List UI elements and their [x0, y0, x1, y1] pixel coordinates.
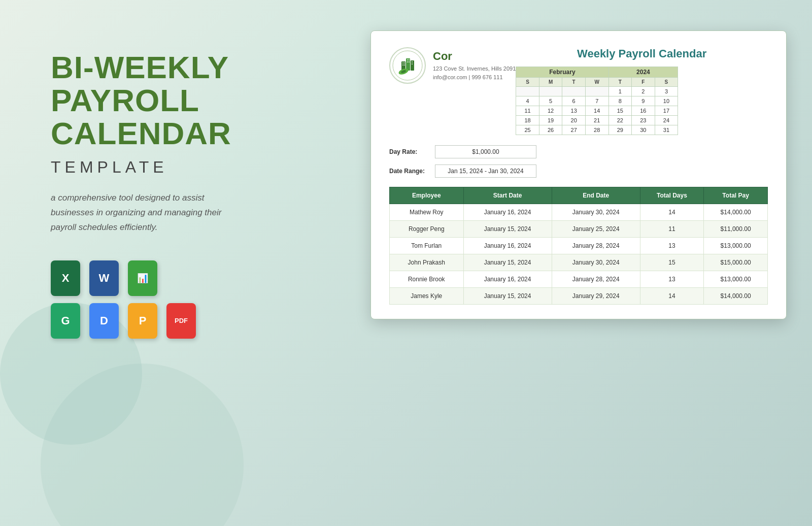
day-s2: S — [655, 78, 678, 87]
cell-pay: $14,000.00 — [704, 204, 768, 221]
table-row: Tom FurlanJanuary 16, 2024January 28, 20… — [390, 238, 768, 254]
cell-end: January 29, 2024 — [552, 288, 640, 305]
cal-day: 9 — [632, 96, 655, 106]
cell-start: January 16, 2024 — [463, 204, 552, 221]
table-row: John PrakashJanuary 15, 2024January 30, … — [390, 254, 768, 271]
svg-rect-9 — [409, 59, 410, 60]
logo-svg — [392, 50, 423, 81]
day-t2: T — [608, 78, 632, 87]
table-row: Rogger PengJanuary 15, 2024January 25, 2… — [390, 221, 768, 238]
gsheets-letter: G — [61, 314, 70, 327]
day-t1: T — [562, 78, 586, 87]
subtitle: TEMPLATE — [51, 158, 264, 177]
cell-days: 13 — [640, 271, 703, 288]
cell-name: James Kyle — [390, 288, 464, 305]
word-icon[interactable]: W — [89, 260, 119, 296]
svg-rect-13 — [412, 63, 413, 64]
cell-start: January 15, 2024 — [463, 221, 552, 238]
cell-pay: $15,000.00 — [704, 254, 768, 271]
svg-rect-12 — [412, 61, 413, 62]
table-row: Mathew RoyJanuary 16, 2024January 30, 20… — [390, 204, 768, 221]
cell-pay: $14,000.00 — [704, 288, 768, 305]
cal-day: 10 — [655, 96, 678, 106]
pages-letter: P — [139, 314, 147, 327]
excel-icon[interactable]: X — [51, 260, 80, 296]
day-f: F — [632, 78, 655, 87]
cell-start: January 15, 2024 — [463, 254, 552, 271]
cal-day: 1 — [608, 87, 632, 96]
svg-rect-4 — [402, 62, 403, 63]
cal-day: 5 — [539, 96, 562, 106]
col-total-pay: Total Pay — [704, 187, 768, 204]
date-range-input[interactable]: Jan 15, 2024 - Jan 30, 2024 — [435, 165, 536, 178]
cell-name: Tom Furlan — [390, 238, 464, 254]
table-row: Ronnie BrookJanuary 16, 2024January 28, … — [390, 271, 768, 288]
company-logo — [389, 47, 426, 84]
cell-pay: $13,000.00 — [704, 238, 768, 254]
cal-month: February — [516, 67, 608, 78]
day-w: W — [585, 78, 608, 87]
cal-day: 11 — [516, 106, 539, 116]
cal-day: 20 — [562, 116, 586, 125]
company-contact: info@cor.com | 999 676 111 — [433, 73, 516, 82]
main-title: BI-WEEKLY PAYROLL CALENDAR — [51, 51, 264, 150]
cal-day: 6 — [562, 96, 586, 106]
gsheets-icon[interactable]: G — [51, 303, 80, 339]
gdocs-icon[interactable]: D — [89, 303, 119, 339]
cal-day: 29 — [608, 125, 632, 135]
numbers-icon[interactable]: 📊 — [128, 260, 157, 296]
word-letter: W — [99, 272, 110, 285]
document: Cor 123 Cove St. Invernes, Hills 2091 in… — [370, 30, 787, 319]
cal-day: 26 — [539, 125, 562, 135]
title-line3: CALENDAR — [51, 116, 231, 151]
cell-name: Rogger Peng — [390, 221, 464, 238]
cal-day: 12 — [539, 106, 562, 116]
gdocs-letter: D — [100, 314, 108, 327]
cal-day: 31 — [655, 125, 678, 135]
cell-start: January 16, 2024 — [463, 271, 552, 288]
svg-rect-8 — [407, 59, 408, 60]
cal-year: 2024 — [608, 67, 678, 78]
cal-day: 14 — [585, 106, 608, 116]
day-rate-label: Day Rate: — [389, 148, 435, 155]
cell-days: 13 — [640, 238, 703, 254]
pages-icon[interactable]: P — [128, 303, 157, 339]
cal-day: 19 — [539, 116, 562, 125]
cal-day: 21 — [585, 116, 608, 125]
cell-start: January 16, 2024 — [463, 238, 552, 254]
format-row-1: X W 📊 — [51, 260, 264, 296]
cal-day: 4 — [516, 96, 539, 106]
table-row: James KyleJanuary 15, 2024January 29, 20… — [390, 288, 768, 305]
numbers-letter: 📊 — [137, 273, 148, 284]
cell-name: John Prakash — [390, 254, 464, 271]
left-panel: BI-WEEKLY PAYROLL CALENDAR TEMPLATE a co… — [51, 51, 264, 339]
company-section: Cor 123 Cove St. Invernes, Hills 2091 in… — [389, 47, 516, 84]
cal-day: 25 — [516, 125, 539, 135]
cell-days: 11 — [640, 221, 703, 238]
svg-rect-11 — [409, 61, 410, 62]
svg-rect-7 — [404, 64, 405, 65]
day-rate-input[interactable]: $1,000.00 — [435, 145, 536, 158]
form-section: Day Rate: $1,000.00 Date Range: Jan 15, … — [389, 145, 768, 178]
cal-day: 18 — [516, 116, 539, 125]
company-info: Cor 123 Cove St. Invernes, Hills 2091 in… — [433, 50, 516, 81]
cal-day: 27 — [562, 125, 586, 135]
pdf-icon[interactable]: PDF — [166, 303, 196, 339]
cal-day: 13 — [562, 106, 586, 116]
cell-end: January 25, 2024 — [552, 221, 640, 238]
cal-day — [562, 87, 586, 96]
employee-table: Employee Start Date End Date Total Days … — [389, 187, 768, 305]
cell-start: January 15, 2024 — [463, 288, 552, 305]
cal-day — [585, 87, 608, 96]
cell-days: 15 — [640, 254, 703, 271]
cal-day: 24 — [655, 116, 678, 125]
svg-rect-5 — [404, 62, 405, 63]
cal-day: 22 — [608, 116, 632, 125]
col-total-days: Total Days — [640, 187, 703, 204]
cell-days: 14 — [640, 288, 703, 305]
cell-pay: $13,000.00 — [704, 271, 768, 288]
calendar-area: Weekly Payroll Calendar February 2024 S … — [516, 47, 768, 135]
pdf-letter: PDF — [175, 317, 188, 324]
cell-end: January 30, 2024 — [552, 254, 640, 271]
cal-day: 15 — [608, 106, 632, 116]
